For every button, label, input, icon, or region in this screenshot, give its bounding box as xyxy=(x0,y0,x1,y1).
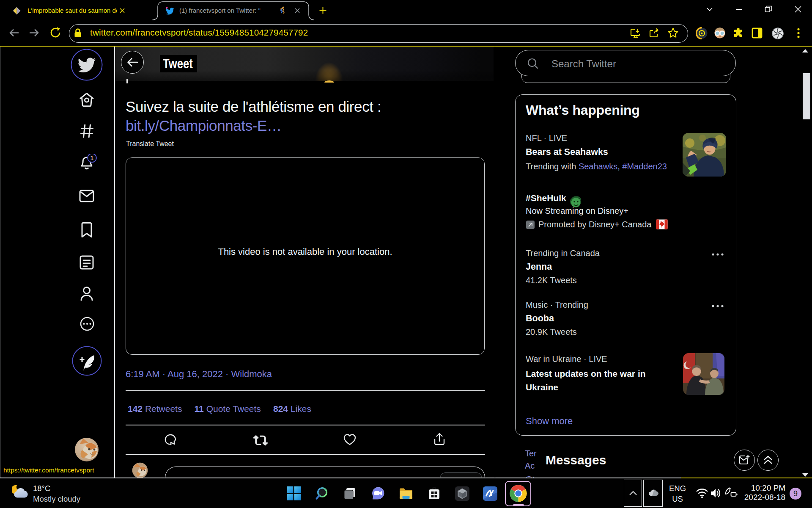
svg-text:1: 1 xyxy=(90,154,93,161)
